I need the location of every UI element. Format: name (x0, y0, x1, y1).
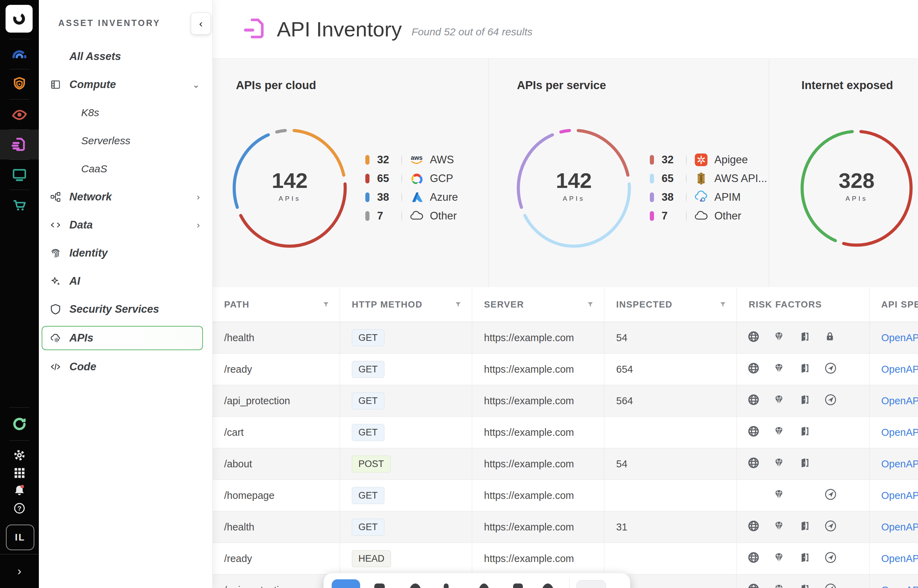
inspected-cell: 54 (604, 322, 737, 353)
openapi-link[interactable]: OpenAPI (881, 458, 918, 470)
expand-rail-button[interactable]: › (0, 560, 39, 582)
bottom-dock[interactable] (323, 573, 630, 588)
filter-icon[interactable] (719, 300, 727, 311)
donut-center: 328 APIs (811, 168, 902, 202)
apigee-icon (693, 152, 709, 168)
apps-grid-icon[interactable] (0, 464, 39, 481)
server-cell: https://example.com (472, 417, 604, 448)
table-row[interactable]: /health GET https://example.com 54 OpenA… (212, 322, 918, 354)
eye-icon[interactable] (0, 100, 39, 129)
aws-icon: aws (408, 151, 425, 168)
table-row[interactable]: /cart GET https://example.com OpenAPI (212, 417, 918, 448)
legend-label: Apigee (714, 153, 748, 166)
column-header-inspected[interactable]: INSPECTED (604, 287, 737, 322)
sidebar-item-label: Identity (70, 247, 108, 259)
table-row[interactable]: /api_protection GET https://example.com … (212, 385, 918, 417)
sidebar-item-serverless[interactable]: Serverless (39, 129, 212, 152)
brand-logo[interactable] (6, 5, 32, 32)
sidebar-item-identity[interactable]: Identity (39, 242, 212, 265)
logo-glyph (11, 11, 27, 27)
column-label: RISK FACTORS (749, 299, 822, 310)
openapi-link[interactable]: OpenAPI (881, 364, 918, 375)
table-row[interactable]: /ready GET https://example.com 654 OpenA… (212, 354, 918, 385)
path-cell: /homepage (212, 480, 340, 511)
dock-primary-button[interactable] (332, 579, 360, 588)
openapi-link[interactable]: OpenAPI (881, 332, 918, 344)
sidebar-item-caas[interactable]: CaaS (39, 157, 212, 180)
openapi-link[interactable]: OpenAPI (881, 395, 918, 407)
help-icon[interactable]: ? (0, 499, 39, 517)
dock-icon[interactable] (409, 583, 421, 588)
monitor-icon[interactable] (0, 160, 39, 190)
sidebar-item-all-assets[interactable]: All Assets (39, 45, 212, 68)
column-header-api-spec[interactable]: API SPEC (869, 287, 918, 322)
sidebar-item-security-services[interactable]: Security Services (39, 298, 212, 321)
legend-color-pill (365, 174, 369, 183)
legend-divider (686, 210, 686, 222)
icon-rail: ? IL › (0, 0, 39, 588)
sidebar-item-network[interactable]: Network› (39, 186, 212, 208)
sidebar-item-data[interactable]: Data› (39, 213, 212, 236)
openapi-link[interactable]: OpenAPI (881, 553, 918, 564)
door-risk-icon (799, 552, 810, 566)
dock-secondary-button[interactable] (576, 580, 606, 588)
risk-factors-cell (737, 417, 869, 448)
apim-icon (693, 189, 709, 206)
sidebar-item-k8s[interactable]: K8s (39, 101, 212, 124)
door-risk-icon (799, 425, 810, 439)
risk-factors-cell (737, 322, 869, 353)
door-risk-icon (799, 331, 810, 345)
table-row[interactable]: /about POST https://example.com 54 OpenA… (212, 448, 918, 480)
column-header-http-method[interactable]: HTTP METHOD (340, 287, 472, 322)
sidebar-item-ai[interactable]: AI (39, 270, 212, 292)
lock-risk-icon (824, 331, 835, 345)
door-risk-icon (799, 457, 810, 471)
dock-icon[interactable] (513, 583, 523, 588)
method-cell: GET (340, 511, 472, 543)
charts-band: APIs per cloud 142 APIs 32 aws AWS 65 GC… (212, 58, 918, 288)
globe-risk-icon (747, 330, 760, 345)
dock-icon[interactable] (374, 583, 385, 588)
risk-factors-cell (737, 354, 869, 385)
donut-center: 142 APIs (529, 168, 619, 202)
cart-icon[interactable] (0, 190, 39, 220)
dock-divider (569, 578, 570, 588)
openapi-link[interactable]: OpenAPI (881, 522, 918, 533)
code-icon (48, 361, 63, 373)
legend-divider (686, 173, 686, 184)
table-row[interactable]: /health GET https://example.com 31 OpenA… (212, 511, 918, 543)
openapi-link[interactable]: OpenAPI (881, 427, 918, 438)
shield-icon[interactable] (0, 69, 39, 99)
filter-icon[interactable] (454, 300, 462, 311)
sidebar-item-label: Network (70, 191, 112, 203)
openapi-link[interactable]: OpenAPI (881, 585, 918, 588)
sidebar-item-code[interactable]: Code (39, 355, 212, 378)
column-header-server[interactable]: SERVER (472, 287, 604, 322)
collapse-sidebar-button[interactable]: ‹ (191, 13, 211, 35)
refresh-icon[interactable] (0, 408, 39, 440)
dock-icon[interactable] (444, 583, 448, 588)
api-doc-icon[interactable] (0, 130, 39, 160)
gear-icon[interactable] (0, 446, 39, 464)
api-spec-cell: OpenAPI (869, 448, 918, 480)
sidebar-item-apis[interactable]: APIs (42, 326, 203, 350)
column-header-risk-factors[interactable]: RISK FACTORS (737, 287, 869, 322)
dock-icon[interactable] (542, 583, 554, 588)
dock-icon[interactable] (478, 583, 489, 588)
globe-risk-icon (747, 457, 760, 472)
legend-value: 65 (662, 172, 680, 185)
openapi-link[interactable]: OpenAPI (881, 490, 918, 501)
chart-title: Internet exposed (801, 79, 893, 92)
observability-icon[interactable] (0, 39, 39, 69)
table-row[interactable]: /homepage GET https://example.com OpenAP… (212, 480, 918, 511)
sidebar-item-compute[interactable]: Compute⌄ (39, 73, 212, 96)
column-header-path[interactable]: PATH (212, 287, 340, 322)
legend-color-pill (365, 192, 369, 202)
donut-value: 142 (529, 168, 619, 193)
filter-icon[interactable] (586, 300, 594, 311)
table-row[interactable]: /ready HEAD https://example.com OpenAPI (212, 543, 918, 575)
bell-icon[interactable] (0, 481, 39, 499)
avatar[interactable]: IL (6, 525, 34, 550)
filter-icon[interactable] (322, 300, 330, 311)
legend-value: 32 (662, 153, 680, 166)
